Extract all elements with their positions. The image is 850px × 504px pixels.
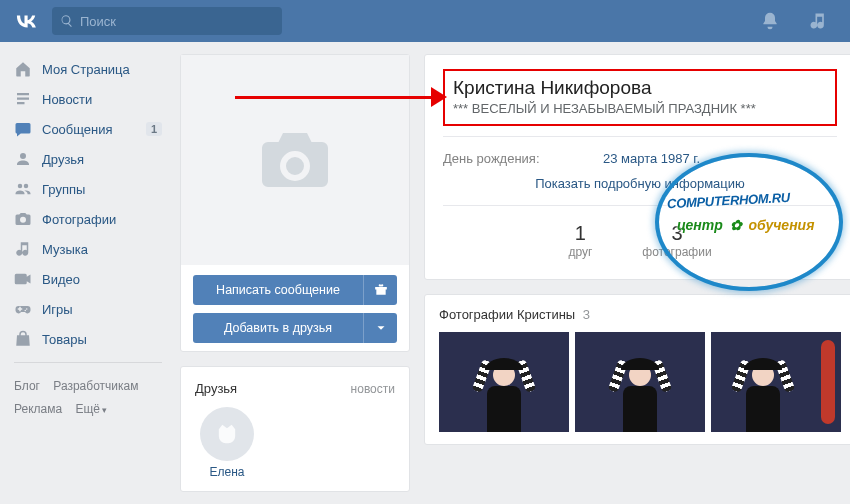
button-label: Написать сообщение bbox=[193, 283, 363, 297]
divider bbox=[443, 136, 837, 137]
dog-icon bbox=[213, 420, 241, 448]
photos-icon bbox=[14, 210, 32, 228]
info-row-birthday: День рождения: 23 марта 1987 г. bbox=[443, 147, 837, 170]
photos-card: Фотографии Кристины 3 bbox=[424, 294, 850, 445]
counter-label: фотографии bbox=[642, 245, 711, 259]
footer-links: Блог Разработчикам Реклама Ещё bbox=[8, 371, 168, 425]
music-nav-icon bbox=[14, 240, 32, 258]
annotation-highlight: Кристина Никифорова *** ВЕСЕЛЫЙ И НЕЗАБЫ… bbox=[443, 69, 837, 126]
footer-more[interactable]: Ещё bbox=[75, 402, 107, 416]
nav-label: Друзья bbox=[42, 152, 84, 167]
gift-button[interactable] bbox=[363, 275, 397, 305]
show-more-info[interactable]: Показать подробную информацию bbox=[443, 170, 837, 195]
groups-icon bbox=[14, 180, 32, 198]
profile-name: Кристина Никифорова bbox=[453, 77, 827, 99]
nav-groups[interactable]: Группы bbox=[8, 174, 168, 204]
messages-badge: 1 bbox=[146, 122, 162, 136]
nav-label: Новости bbox=[42, 92, 92, 107]
nav-label: Видео bbox=[42, 272, 80, 287]
friends-icon bbox=[14, 150, 32, 168]
nav-label: Фотографии bbox=[42, 212, 116, 227]
friends-title[interactable]: Друзья bbox=[195, 381, 237, 396]
counter-number: 1 bbox=[568, 222, 592, 245]
button-label: Добавить в друзья bbox=[193, 321, 363, 335]
nav-photos[interactable]: Фотографии bbox=[8, 204, 168, 234]
market-icon bbox=[14, 330, 32, 348]
footer-developers[interactable]: Разработчикам bbox=[53, 379, 138, 393]
write-message-button[interactable]: Написать сообщение bbox=[193, 275, 397, 305]
messages-icon bbox=[14, 120, 32, 138]
nav-label: Музыка bbox=[42, 242, 88, 257]
nav-label: Игры bbox=[42, 302, 73, 317]
divider bbox=[443, 205, 837, 206]
nav-games[interactable]: Игры bbox=[8, 294, 168, 324]
nav-label: Товары bbox=[42, 332, 87, 347]
avatar-placeholder[interactable] bbox=[181, 55, 409, 265]
chevron-down-icon bbox=[374, 321, 388, 335]
news-icon bbox=[14, 90, 32, 108]
counter-number: 3 bbox=[642, 222, 711, 245]
search-icon bbox=[60, 14, 74, 28]
friends-card: Друзья новости Елена bbox=[180, 366, 410, 492]
nav-messages[interactable]: Сообщения 1 bbox=[8, 114, 168, 144]
video-icon bbox=[14, 270, 32, 288]
search-input[interactable] bbox=[80, 14, 274, 29]
counter-label: друг bbox=[568, 245, 592, 259]
gift-icon bbox=[374, 283, 388, 297]
music-icon[interactable] bbox=[808, 11, 828, 31]
notifications-icon[interactable] bbox=[760, 11, 780, 31]
photos-count: 3 bbox=[583, 307, 590, 322]
photo-thumbnail[interactable] bbox=[711, 332, 841, 432]
nav-market[interactable]: Товары bbox=[8, 324, 168, 354]
nav-label: Моя Страница bbox=[42, 62, 130, 77]
home-icon bbox=[14, 60, 32, 78]
games-icon bbox=[14, 300, 32, 318]
counter-photos[interactable]: 3 фотографии bbox=[642, 222, 711, 259]
friend-name: Елена bbox=[210, 465, 245, 479]
header-bar bbox=[0, 0, 850, 42]
sidebar-divider bbox=[14, 362, 162, 363]
info-value[interactable]: 23 марта 1987 г. bbox=[603, 151, 700, 166]
nav-label: Группы bbox=[42, 182, 85, 197]
photo-thumbnail[interactable] bbox=[439, 332, 569, 432]
friends-news-tab[interactable]: новости bbox=[351, 382, 395, 396]
friend-item[interactable]: Елена bbox=[195, 407, 259, 479]
add-friend-dropdown[interactable] bbox=[363, 313, 397, 343]
counter-friends[interactable]: 1 друг bbox=[568, 222, 592, 259]
footer-blog[interactable]: Блог bbox=[14, 379, 40, 393]
nav-video[interactable]: Видео bbox=[8, 264, 168, 294]
info-label: День рождения: bbox=[443, 151, 603, 166]
avatar-card: Написать сообщение Добавить в друзья bbox=[180, 54, 410, 352]
friend-avatar-placeholder bbox=[200, 407, 254, 461]
add-friend-button[interactable]: Добавить в друзья bbox=[193, 313, 397, 343]
photo-thumbnail[interactable] bbox=[575, 332, 705, 432]
footer-ads[interactable]: Реклама bbox=[14, 402, 62, 416]
nav-news[interactable]: Новости bbox=[8, 84, 168, 114]
profile-card: Кристина Никифорова *** ВЕСЕЛЫЙ И НЕЗАБЫ… bbox=[424, 54, 850, 280]
profile-status[interactable]: *** ВЕСЕЛЫЙ И НЕЗАБЫВАЕМЫЙ ПРАЗДНИК *** bbox=[453, 101, 827, 116]
nav-friends[interactable]: Друзья bbox=[8, 144, 168, 174]
sidebar: Моя Страница Новости Сообщения 1 Друзья … bbox=[8, 54, 168, 492]
photos-title[interactable]: Фотографии Кристины bbox=[439, 307, 575, 322]
nav-label: Сообщения bbox=[42, 122, 113, 137]
search-field[interactable] bbox=[52, 7, 282, 35]
vk-logo[interactable] bbox=[12, 7, 40, 35]
nav-music[interactable]: Музыка bbox=[8, 234, 168, 264]
nav-my-page[interactable]: Моя Страница bbox=[8, 54, 168, 84]
camera-icon bbox=[259, 130, 331, 190]
